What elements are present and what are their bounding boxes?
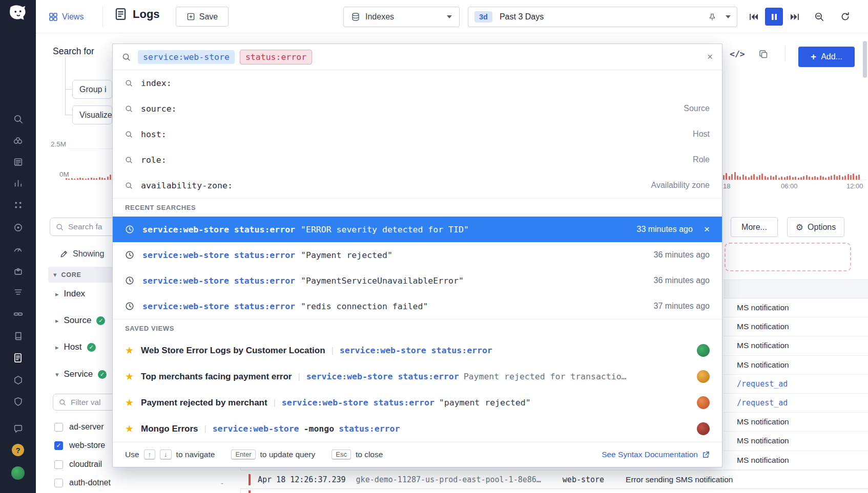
sidebar: ? (0, 0, 36, 493)
query-token-status[interactable]: status:error (240, 50, 312, 65)
saved-view-row[interactable]: ★ Top merchants facing payment error | s… (113, 363, 722, 390)
more-button[interactable]: More... (731, 217, 778, 237)
saved-view-row[interactable]: ★ Mongo Errors | service:web-store-mongo… (113, 416, 722, 442)
events-icon[interactable] (0, 151, 36, 173)
chart-gridline (68, 148, 112, 149)
suggestion-source[interactable]: source: Source (113, 96, 722, 121)
facet-index[interactable]: ▸ Index (55, 285, 85, 303)
views-label: Views (62, 12, 84, 22)
monitors-icon[interactable] (0, 217, 36, 238)
suggestion-host[interactable]: host: Host (113, 121, 722, 147)
help-icon[interactable]: ? (0, 439, 36, 461)
datadog-logo[interactable] (0, 4, 36, 23)
suggestion-availability-zone[interactable]: availability-zone: Availability zone (113, 173, 722, 198)
history-clock-icon (125, 302, 134, 311)
pipelines-icon[interactable] (0, 281, 36, 303)
facet-service[interactable]: ▾ Service ✓ (55, 365, 107, 383)
chart-right-bars[interactable] (723, 168, 860, 180)
time-range-selector[interactable]: 3d Past 3 Days (468, 7, 737, 27)
chevron-down-icon: ▾ (53, 271, 57, 278)
views-button[interactable]: Views (49, 8, 84, 25)
log-row[interactable]: /request_ad (724, 375, 868, 394)
log-row-expanded[interactable]: Apr 18 12:26:37.239 gke-demo-11287-us-pr… (240, 470, 868, 489)
options-button[interactable]: ⚙ Options (787, 217, 844, 237)
add-query-button[interactable]: + Add... (798, 47, 855, 67)
log-message: MS notification (737, 456, 789, 465)
raw-query-toggle[interactable]: </> (730, 49, 745, 59)
log-row[interactable]: MS notification (724, 317, 868, 336)
up-arrow-key: ↑ (144, 449, 156, 460)
suggestion-index[interactable]: index: (113, 70, 722, 96)
facet-source[interactable]: ▸ Source ✓ (55, 311, 105, 330)
log-row[interactable]: MS notification (724, 356, 868, 375)
query-token-service[interactable]: service:web-store (138, 50, 235, 64)
feedback-icon[interactable] (0, 418, 36, 439)
suggestion-role[interactable]: role: Role (113, 147, 722, 173)
scrollbar-thumb[interactable] (863, 41, 867, 78)
recent-search-row-selected[interactable]: service:web-store status:error "ERROR se… (113, 217, 722, 242)
metrics-icon[interactable] (0, 172, 36, 194)
dropdown-footer: Use ↑ ↓ to navigate Enter to update quer… (113, 442, 722, 467)
saved-view-query: service:web-store-mongostatus:error (213, 424, 400, 434)
logs-nav-icon[interactable] (0, 347, 36, 369)
checkbox-unchecked[interactable] (54, 479, 63, 487)
clear-search-icon[interactable]: × (707, 51, 713, 62)
recent-search-row[interactable]: service:web-store status:error "Payment … (113, 242, 722, 268)
integrations-icon[interactable] (0, 260, 36, 282)
visualize-button[interactable]: Visualize (72, 105, 112, 124)
divider: | (204, 424, 206, 434)
syntax-documentation-link[interactable]: See Syntax Documentation (602, 450, 710, 459)
checkbox-unchecked[interactable] (54, 423, 63, 432)
pin-icon[interactable] (708, 13, 716, 22)
log-row[interactable]: MS notification (724, 298, 868, 317)
skip-back-button[interactable] (745, 8, 762, 26)
recent-search-row[interactable]: service:web-store status:error "redis co… (113, 293, 722, 319)
log-row[interactable]: MS notification (724, 413, 868, 432)
log-row[interactable]: MS notification (724, 432, 868, 451)
showing-row[interactable]: Showing (60, 249, 104, 259)
facet-value-label: auth-dotnet (69, 478, 111, 487)
watchdog-icon[interactable] (0, 130, 36, 151)
security-icon[interactable] (0, 391, 36, 412)
zoom-out-button[interactable] (810, 8, 828, 26)
saved-view-row[interactable]: ★ Payment rejected by merchant | service… (113, 390, 722, 416)
copy-icon[interactable] (759, 50, 768, 59)
log-row[interactable]: MS notification (724, 336, 868, 355)
saved-view-name: Top merchants facing payment error (141, 372, 292, 382)
save-label: Save (199, 12, 218, 22)
log-row[interactable]: /request_ad (724, 394, 868, 413)
indexes-label: Indexes (365, 12, 394, 22)
search-nav-icon[interactable] (0, 108, 36, 130)
avatar (697, 370, 710, 383)
refresh-button[interactable] (836, 8, 854, 26)
recent-search-row[interactable]: service:web-store status:error "PaymentS… (113, 268, 722, 293)
add-label: Add... (821, 52, 842, 61)
checkbox-unchecked[interactable] (54, 460, 63, 469)
reference-icon[interactable] (0, 325, 36, 347)
indexes-dropdown[interactable]: Indexes (343, 7, 460, 27)
apm-icon[interactable] (0, 369, 36, 391)
log-message: /request_ad (737, 379, 788, 389)
facet-value-auth-dotnet[interactable]: auth-dotnet - (54, 474, 223, 491)
star-icon: ★ (125, 397, 134, 409)
drop-target-outline (725, 243, 851, 271)
pause-button[interactable] (765, 8, 783, 26)
search-icon (125, 156, 133, 164)
user-avatar[interactable] (0, 462, 36, 484)
saved-view-row[interactable]: ★ Web Store Error Logs by Customer Locat… (113, 337, 722, 363)
search-bar[interactable]: service:web-store status:error × (113, 44, 722, 70)
database-icon (351, 12, 360, 22)
skip-forward-button[interactable] (786, 8, 803, 26)
search-omnibox: service:web-store status:error × index: … (112, 44, 722, 467)
log-message: MS notification (737, 322, 789, 331)
connections-icon[interactable] (0, 303, 36, 325)
group-into-button[interactable]: Group i (72, 80, 112, 99)
checkbox-checked[interactable]: ✓ (54, 441, 63, 450)
chart-left-bars[interactable] (66, 168, 114, 180)
remove-recent-icon[interactable]: × (704, 224, 710, 235)
facet-host[interactable]: ▸ Host ✓ (55, 338, 96, 356)
log-row[interactable]: MS notification (724, 451, 868, 470)
save-button[interactable]: Save (176, 7, 229, 27)
infrastructure-icon[interactable] (0, 194, 36, 216)
dashboards-icon[interactable] (0, 238, 36, 260)
